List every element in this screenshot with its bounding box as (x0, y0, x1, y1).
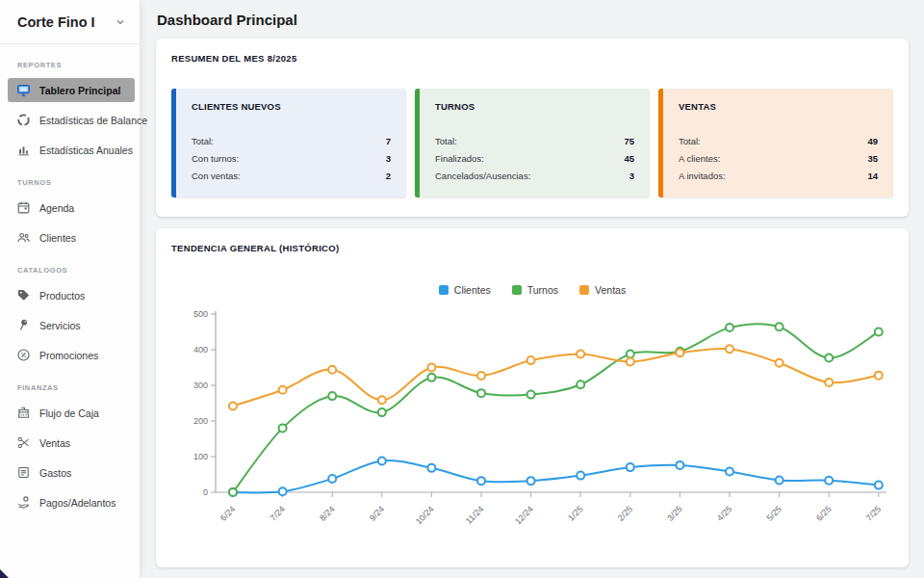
svg-text:3/25: 3/25 (665, 504, 683, 522)
sidebar-item-label: Gastos (39, 467, 71, 479)
stat-row: Total: 75 (435, 132, 634, 149)
sidebar-item-label: Servicios (39, 320, 81, 331)
stat-value: 7 (386, 136, 391, 146)
summary-panel: RESUMEN DEL MES 8/2025 CLIENTES NUEVOS T… (156, 39, 909, 217)
svg-text:200: 200 (193, 416, 208, 426)
legend-label: Clientes (454, 284, 491, 296)
stat-card-title: VENTAS (679, 101, 878, 112)
main-content: Dashboard Principal RESUMEN DEL MES 8/20… (141, 0, 924, 578)
stat-value: 14 (867, 171, 878, 181)
svg-text:400: 400 (193, 345, 208, 355)
sidebar-item-promociones[interactable]: Promociones (8, 343, 135, 367)
svg-text:9/24: 9/24 (368, 504, 386, 522)
receipt-icon (16, 465, 31, 480)
sidebar-item-clientes[interactable]: Clientes (8, 225, 135, 250)
section-label-finanzas: FINANZAS (17, 383, 140, 392)
legend-item-clientes[interactable]: Clientes (439, 284, 491, 296)
sidebar-item-agenda[interactable]: Agenda (8, 196, 135, 220)
sidebar-item-label: Flujo de Caja (39, 407, 99, 419)
sidebar-item-label: Estadísticas Anuales (39, 144, 133, 156)
legend-label: Ventas (595, 284, 626, 296)
svg-text:6/24: 6/24 (218, 504, 237, 522)
sidebar-item-flujo-de-caja[interactable]: Flujo de Caja (8, 401, 135, 425)
svg-text:2/25: 2/25 (616, 504, 634, 522)
people-icon (16, 230, 31, 245)
stat-value: 3 (386, 153, 391, 164)
trend-line-chart: 01002003004005006/247/248/249/2410/2411/… (173, 303, 895, 537)
legend-item-turnos[interactable]: Turnos (512, 284, 558, 296)
page-header: Dashboard Principal (141, 0, 924, 39)
corner-logo (0, 569, 9, 578)
stat-card-turnos: TURNOS Total: 75 Finalizados: 45 Cancela… (415, 89, 650, 197)
stat-row: Con ventas: 2 (192, 167, 391, 184)
summary-cards-row: CLIENTES NUEVOS Total: 7 Con turnos: 3 C… (171, 89, 893, 197)
sidebar-item-estadisticas-anuales[interactable]: Estadísticas Anuales (8, 138, 135, 162)
trend-panel: TENDENCIA GENERAL (HISTÓRICO) Clientes T… (156, 228, 909, 567)
stat-label: Con ventas: (192, 171, 241, 181)
stat-label: Total: (435, 136, 457, 146)
sidebar-item-pagos-adelantos[interactable]: Pagos/Adelantos (8, 490, 135, 514)
section-label-turnos: TURNOS (17, 178, 140, 187)
stat-label: A invitados: (679, 171, 726, 181)
svg-text:10/24: 10/24 (414, 504, 436, 526)
calendar-icon (16, 200, 31, 215)
stat-label: Con turnos: (192, 153, 239, 164)
stat-label: Total: (679, 136, 701, 146)
sidebar: Corte Fino I REPORTES Tablero Principal … (0, 0, 141, 578)
trend-title: TENDENCIA GENERAL (HISTÓRICO) (171, 243, 893, 253)
monitor-icon (16, 83, 31, 97)
svg-text:7/24: 7/24 (269, 504, 287, 522)
stat-row: A invitados: 14 (679, 167, 878, 184)
legend-chip-ventas (579, 285, 589, 295)
stat-value: 2 (386, 171, 391, 181)
sidebar-item-label: Agenda (39, 202, 74, 214)
stat-value: 75 (624, 136, 634, 146)
svg-text:500: 500 (193, 309, 208, 319)
stat-card-title: CLIENTES NUEVOS (192, 101, 391, 112)
svg-text:300: 300 (193, 381, 208, 390)
svg-text:8/24: 8/24 (318, 504, 336, 522)
chevron-down-icon (115, 16, 126, 28)
svg-text:12/24: 12/24 (513, 504, 535, 526)
svg-text:11/24: 11/24 (464, 504, 486, 526)
business-name: Corte Fino I (17, 14, 95, 30)
stat-label: Cancelados/Ausencias: (435, 171, 530, 181)
legend-label: Turnos (527, 284, 558, 296)
donut-chart-icon (16, 113, 31, 127)
sidebar-item-productos[interactable]: Productos (8, 283, 135, 307)
chart-legend: Clientes Turnos Ventas (171, 284, 893, 296)
stat-row: Total: 7 (192, 132, 391, 149)
stat-label: Total: (192, 136, 214, 146)
sidebar-item-label: Productos (39, 290, 85, 302)
sidebar-item-servicios[interactable]: Servicios (8, 313, 135, 337)
legend-item-ventas[interactable]: Ventas (579, 284, 626, 296)
svg-text:0: 0 (203, 487, 208, 497)
stat-label: A clientes: (679, 153, 720, 164)
section-label-catalogos: CATALOGOS (17, 266, 140, 275)
sidebar-item-gastos[interactable]: Gastos (8, 460, 135, 485)
svg-text:7/25: 7/25 (864, 504, 883, 522)
stat-value: 35 (867, 153, 878, 164)
pin-icon (16, 318, 31, 332)
stat-card-clientes-nuevos: CLIENTES NUEVOS Total: 7 Con turnos: 3 C… (171, 89, 406, 197)
sidebar-item-ventas[interactable]: Ventas (8, 431, 135, 455)
sidebar-item-estadisticas-de-balance[interactable]: Estadísticas de Balance (8, 108, 135, 132)
svg-text:4/25: 4/25 (715, 504, 733, 522)
sidebar-item-label: Pagos/Adelantos (39, 497, 116, 509)
scissors-icon (16, 435, 31, 450)
legend-chip-turnos (512, 285, 522, 295)
stat-label: Finalizados: (435, 153, 484, 164)
bar-chart-icon (16, 143, 31, 157)
summary-title: RESUMEN DEL MES 8/2025 (171, 53, 893, 64)
sidebar-item-tablero-principal[interactable]: Tablero Principal (8, 78, 135, 102)
legend-chip-clientes (439, 285, 449, 295)
stat-row: Cancelados/Ausencias: 3 (435, 167, 634, 184)
svg-text:6/25: 6/25 (814, 504, 833, 522)
page-title: Dashboard Principal (157, 12, 297, 28)
svg-text:1/25: 1/25 (566, 504, 584, 522)
stat-card-ventas: VENTAS Total: 49 A clientes: 35 A invita… (658, 89, 893, 197)
svg-text:100: 100 (193, 452, 208, 461)
business-selector[interactable]: Corte Fino I (0, 0, 140, 44)
sidebar-item-label: Promociones (39, 350, 98, 361)
stat-row: Con turnos: 3 (192, 149, 391, 167)
